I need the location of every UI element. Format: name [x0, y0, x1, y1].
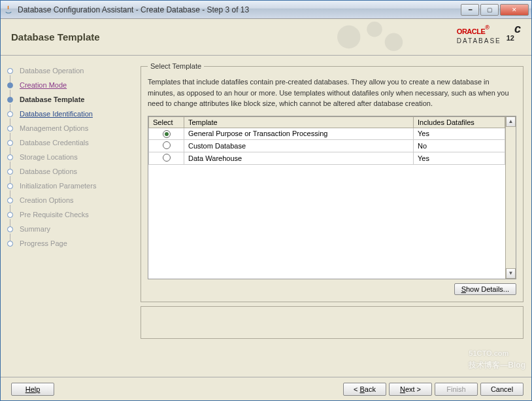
cell-includes: No	[414, 139, 505, 152]
scroll-up-icon[interactable]: ▲	[506, 116, 516, 127]
java-icon	[3, 5, 14, 15]
back-button[interactable]: < Back	[343, 383, 386, 396]
step-storage-locations: Storage Locations	[3, 150, 138, 164]
table-row[interactable]: General Purpose or Transaction Processin…	[149, 128, 505, 139]
col-includes[interactable]: Includes Datafiles	[414, 116, 505, 128]
svg-point-2	[385, 33, 403, 52]
page-title: Database Template	[11, 31, 100, 43]
radio-template-warehouse[interactable]	[163, 154, 171, 162]
next-button[interactable]: Next >	[389, 383, 432, 396]
svg-point-0	[337, 26, 360, 48]
step-prerequisite-checks: Pre Requisite Checks	[3, 207, 138, 222]
radio-template-general[interactable]	[163, 130, 171, 138]
oracle-subtext: DATABASE	[457, 37, 501, 44]
vertical-scrollbar[interactable]: ▲ ▼	[505, 116, 516, 279]
title-bar[interactable]: Database Configuration Assistant - Creat…	[1, 1, 531, 19]
message-area	[141, 306, 524, 339]
cell-includes: Yes	[414, 152, 505, 164]
step-database-operation: Database Operation	[3, 63, 138, 78]
template-description: Templates that include datafiles contain…	[148, 77, 516, 109]
scroll-down-icon[interactable]: ▼	[506, 268, 516, 279]
cancel-button[interactable]: Cancel	[480, 383, 524, 396]
brand-logo: ORACLE® DATABASE 12c	[457, 22, 521, 46]
footer-bar: Help < Back Next > Finish Cancel	[1, 377, 531, 400]
step-summary: Summary	[3, 222, 138, 236]
template-table-container: Select Template Includes Datafiles Gener…	[148, 116, 516, 279]
maximize-button[interactable]: ▢	[480, 4, 499, 16]
cell-includes: Yes	[414, 128, 505, 139]
group-legend: Select Template	[148, 62, 204, 70]
minimize-button[interactable]: ━	[461, 4, 479, 16]
cell-template: Custom Database	[184, 139, 414, 152]
step-database-template[interactable]: Database Template	[3, 92, 138, 107]
table-row[interactable]: Data Warehouse Yes	[149, 152, 505, 164]
content-area: Database Operation Creation Mode Databas…	[1, 56, 531, 377]
radio-template-custom[interactable]	[163, 141, 171, 149]
close-button[interactable]: ✕	[500, 4, 529, 16]
version-text: 12c	[507, 22, 521, 46]
col-select[interactable]: Select	[149, 116, 184, 128]
step-management-options: Management Options	[3, 121, 138, 135]
step-database-options: Database Options	[3, 164, 138, 179]
main-panel: Select Template Templates that include d…	[138, 56, 531, 377]
scroll-track[interactable]	[506, 127, 516, 268]
step-initialization-parameters: Initialization Parameters	[3, 179, 138, 193]
wizard-steps-sidebar: Database Operation Creation Mode Databas…	[1, 56, 138, 377]
window-buttons: ━ ▢ ✕	[461, 4, 529, 16]
step-creation-mode[interactable]: Creation Mode	[3, 78, 138, 92]
cell-template: Data Warehouse	[184, 152, 414, 164]
step-database-credentials: Database Credentials	[3, 135, 138, 150]
table-row[interactable]: Custom Database No	[149, 139, 505, 152]
window-title: Database Configuration Assistant - Creat…	[18, 5, 461, 14]
template-table: Select Template Includes Datafiles Gener…	[148, 116, 505, 165]
cell-template: General Purpose or Transaction Processin…	[184, 128, 414, 139]
select-template-group: Select Template Templates that include d…	[141, 62, 524, 302]
step-creation-options: Creation Options	[3, 193, 138, 207]
col-template[interactable]: Template	[184, 116, 414, 128]
step-progress-page: Progress Page	[3, 236, 138, 251]
header: Database Template ORACLE® DATABASE 12c	[1, 19, 531, 56]
oracle-text: ORACLE®	[457, 24, 490, 37]
help-button[interactable]: Help	[11, 383, 54, 396]
finish-button: Finish	[435, 383, 478, 396]
step-database-identification[interactable]: Database Identification	[3, 107, 138, 121]
svg-point-1	[367, 22, 382, 37]
gears-decoration	[322, 19, 427, 55]
watermark: 51CTO.com 技术博客—Blog	[469, 343, 525, 371]
show-details-button[interactable]: Show Details...	[454, 283, 516, 295]
app-window: Database Configuration Assistant - Creat…	[0, 0, 532, 401]
